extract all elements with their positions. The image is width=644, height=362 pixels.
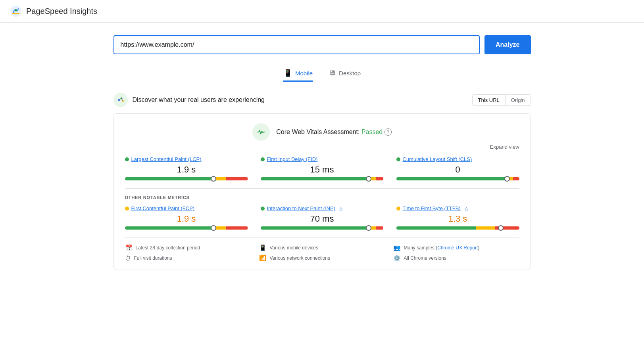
ttfb-bar	[396, 226, 519, 230]
expand-view-link[interactable]: Expand view	[125, 144, 519, 150]
this-url-button[interactable]: This URL	[473, 95, 506, 105]
other-metrics-grid: First Contentful Paint (FCP) 1.9 s Inter…	[125, 205, 519, 230]
lcp-bar-marker	[211, 176, 216, 182]
header: PageSpeed Insights	[0, 0, 644, 23]
svg-point-1	[15, 9, 17, 11]
tab-desktop-label: Desktop	[339, 70, 361, 77]
metric-fcp-label-row: First Contentful Paint (FCP)	[125, 205, 248, 211]
cls-bar-track	[396, 177, 519, 180]
meta-network: 📶 Various network connections	[259, 255, 385, 262]
logo-area: PageSpeed Insights	[10, 5, 97, 17]
tab-mobile-label: Mobile	[295, 70, 313, 77]
pagespeed-logo-icon	[10, 5, 22, 17]
mobile-icon: 📱	[283, 69, 292, 77]
other-metrics-label: OTHER NOTABLE METRICS	[125, 195, 519, 200]
footer-meta: 📅 Latest 28-day collection period 📱 Vari…	[125, 238, 519, 262]
meta-mobile-text: Various mobile devices	[270, 245, 319, 251]
chrome-ux-report-link[interactable]: Chrome UX Report	[437, 245, 478, 251]
cls-bar	[396, 177, 519, 180]
meta-mobile-devices: 📱 Various mobile devices	[259, 244, 385, 251]
lcp-bar-green	[125, 177, 213, 180]
meta-chrome-versions: ⚙️ All Chrome versions	[393, 255, 519, 262]
ttfb-bar-orange	[476, 226, 495, 230]
lcp-name[interactable]: Largest Contentful Paint (LCP)	[131, 156, 202, 162]
ttfb-bar-marker	[498, 225, 504, 231]
ttfb-badge: △	[465, 206, 468, 211]
cls-dot	[396, 157, 400, 161]
inp-bar-track	[261, 226, 384, 230]
fcp-name[interactable]: First Contentful Paint (FCP)	[131, 205, 195, 211]
metric-lcp: Largest Contentful Paint (LCP) 1.9 s	[125, 156, 248, 180]
cwv-card: Core Web Vitals Assessment: Passed ? Exp…	[113, 113, 531, 270]
metric-cls-label-row: Cumulative Layout Shift (CLS)	[396, 156, 519, 162]
analyze-button[interactable]: Analyze	[484, 35, 531, 54]
ttfb-bar-green	[396, 226, 477, 230]
tab-mobile[interactable]: 📱 Mobile	[283, 65, 313, 82]
origin-button[interactable]: Origin	[506, 95, 531, 105]
chrome-icon: ⚙️	[393, 255, 401, 262]
fcp-bar	[125, 226, 248, 230]
cls-name[interactable]: Cumulative Layout Shift (CLS)	[403, 156, 472, 162]
calendar-icon: 📅	[125, 244, 133, 251]
meta-visit-duration: ⏱ Full visit durations	[125, 255, 251, 262]
mobile-devices-icon: 📱	[259, 244, 267, 251]
meta-collection-text: Latest 28-day collection period	[136, 245, 200, 251]
cls-value: 0	[396, 165, 519, 175]
ttfb-dot	[396, 207, 400, 211]
lcp-dot	[125, 157, 129, 161]
crux-section-title: Discover what your real users are experi…	[133, 96, 265, 103]
fcp-value: 1.9 s	[125, 214, 248, 224]
fcp-bar-track	[125, 226, 248, 230]
ttfb-name[interactable]: Time to First Byte (TTFB)	[403, 205, 461, 211]
metric-fid-label-row: First Input Delay (FID)	[261, 156, 384, 162]
cls-bar-marker	[504, 176, 510, 182]
inp-bar-green	[261, 226, 369, 230]
fid-name[interactable]: First Input Delay (FID)	[267, 156, 318, 162]
metric-inp: Interaction to Next Paint (INP) △ 70 ms	[261, 205, 384, 230]
cls-bar-red	[513, 177, 519, 180]
lcp-bar	[125, 177, 248, 180]
metric-inp-label-row: Interaction to Next Paint (INP) △	[261, 205, 384, 211]
meta-network-text: Various network connections	[270, 255, 331, 261]
inp-name[interactable]: Interaction to Next Paint (INP)	[267, 205, 336, 211]
cwv-info-icon[interactable]: ?	[384, 128, 392, 136]
inp-dot	[261, 207, 265, 211]
timer-icon: ⏱	[125, 255, 131, 262]
users-icon: 👥	[393, 244, 401, 251]
fid-dot	[261, 157, 265, 161]
app-title: PageSpeed Insights	[26, 7, 97, 16]
cwv-metrics-grid: Largest Contentful Paint (LCP) 1.9 s Fir…	[125, 156, 519, 180]
cwv-title: Core Web Vitals Assessment: Passed ?	[276, 128, 391, 136]
lcp-bar-track	[125, 177, 248, 180]
metric-fcp: First Contentful Paint (FCP) 1.9 s	[125, 205, 248, 230]
fid-value: 15 ms	[261, 165, 384, 175]
metric-fid: First Input Delay (FID) 15 ms	[261, 156, 384, 180]
metric-cls: Cumulative Layout Shift (CLS) 0	[396, 156, 519, 180]
main-content: Analyze 📱 Mobile 🖥 Desktop Discover	[104, 23, 540, 283]
section-header-left: Discover what your real users are experi…	[113, 93, 265, 107]
inp-value: 70 ms	[261, 214, 384, 224]
meta-collection-period: 📅 Latest 28-day collection period	[125, 244, 251, 251]
metrics-divider	[125, 188, 519, 189]
crux-section-header: Discover what your real users are experi…	[113, 93, 531, 107]
cls-bar-green	[396, 177, 507, 180]
network-icon: 📶	[259, 255, 267, 262]
svg-point-8	[260, 131, 262, 133]
inp-bar-red	[376, 226, 384, 230]
fcp-bar-marker	[211, 225, 216, 231]
fcp-bar-green	[125, 226, 213, 230]
fid-bar-marker	[366, 176, 371, 182]
ttfb-value: 1.3 s	[396, 214, 519, 224]
device-tabs: 📱 Mobile 🖥 Desktop	[113, 65, 531, 82]
desktop-icon: 🖥	[329, 69, 336, 77]
url-input[interactable]	[113, 35, 480, 54]
this-url-origin-toggle: This URL Origin	[472, 94, 531, 106]
search-row: Analyze	[113, 35, 531, 54]
meta-chrome-text: All Chrome versions	[404, 255, 446, 261]
tab-desktop[interactable]: 🖥 Desktop	[329, 65, 361, 82]
fcp-bar-red	[226, 226, 248, 230]
inp-bar-marker	[366, 225, 371, 231]
cwv-status: Passed	[361, 128, 383, 135]
meta-visit-text: Full visit durations	[134, 255, 172, 261]
metric-ttfb: Time to First Byte (TTFB) △ 1.3 s	[396, 205, 519, 230]
